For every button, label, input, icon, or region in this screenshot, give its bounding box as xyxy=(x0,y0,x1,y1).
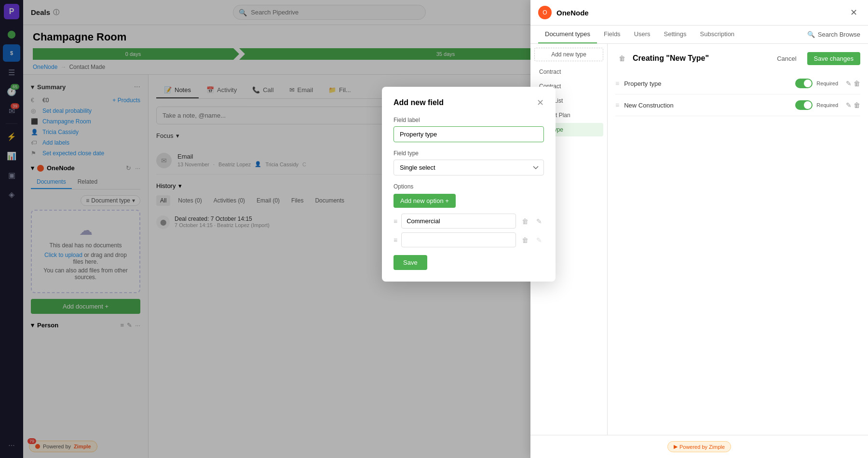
add-new-option-button[interactable]: Add new option + xyxy=(393,194,456,208)
options-label: Options xyxy=(393,183,544,190)
onenode-panel-header: O OneNode ✕ xyxy=(530,0,868,26)
field-row-new-construction: ≡ New Construction Required ✎ 🗑 xyxy=(615,94,860,116)
field-toggle-property-type[interactable] xyxy=(795,79,813,88)
creating-title: Creating "New Type" xyxy=(633,54,709,63)
add-option-label: Add new option + xyxy=(400,197,449,204)
tab-search-area: 🔍 Search Browse xyxy=(807,26,860,43)
option-input-commercial[interactable] xyxy=(401,214,516,229)
drag-handle-icon[interactable]: ≡ xyxy=(615,80,619,87)
save-changes-button[interactable]: Save changes xyxy=(807,52,860,65)
field-property-type-label: Property type xyxy=(624,80,795,87)
tab-fields[interactable]: Fields xyxy=(597,26,627,43)
option-row-commercial: ≡ 🗑 ✎ xyxy=(393,214,544,229)
option-delete-btn-1[interactable]: 🗑 xyxy=(520,216,530,227)
option-delete-btn-2[interactable]: 🗑 xyxy=(520,234,530,246)
field-toggle-new-construction[interactable] xyxy=(795,100,813,110)
anf-close-button[interactable]: ✕ xyxy=(537,98,544,107)
field-required-label-1: Required xyxy=(816,81,838,86)
zimple-arrow-icon: ▶ xyxy=(674,444,678,450)
field-delete-icon-1[interactable]: 🗑 xyxy=(854,80,860,87)
creating-actions: Cancel Save changes xyxy=(770,52,860,65)
tab-users[interactable]: Users xyxy=(627,26,657,43)
onenode-logo: O xyxy=(538,6,552,19)
add-new-field-modal: Add new field ✕ Field label Field type S… xyxy=(382,87,556,282)
onenode-panel: O OneNode ✕ Document types Fields Users … xyxy=(530,0,868,458)
cancel-button[interactable]: Cancel xyxy=(770,52,803,65)
field-label-input[interactable] xyxy=(393,126,544,142)
tab-settings[interactable]: Settings xyxy=(657,26,693,43)
onenode-panel-content: Add new type Contract Contract Price Lis… xyxy=(530,44,868,435)
field-edit-icon-2[interactable]: ✎ xyxy=(846,101,852,109)
field-edit-icon-1[interactable]: ✎ xyxy=(846,80,852,87)
save-field-button[interactable]: Save xyxy=(393,255,427,270)
field-label-label: Field label xyxy=(393,117,544,123)
option-row-empty: ≡ 🗑 ✎ xyxy=(393,232,544,247)
field-row-property-type: ≡ Property type Required ✎ 🗑 xyxy=(615,73,860,94)
tab-subscription[interactable]: Subscription xyxy=(693,26,742,43)
zimple-bar-bottom: ▶ Powered by Zimple xyxy=(530,435,868,458)
search-browse-label: Search Browse xyxy=(818,31,860,38)
delete-type-button[interactable]: 🗑 xyxy=(615,52,629,65)
option-edit-btn-1[interactable]: ✎ xyxy=(534,216,544,227)
option-drag-icon-1[interactable]: ≡ xyxy=(393,217,397,225)
option-drag-icon-2[interactable]: ≡ xyxy=(393,236,397,244)
onenode-panel-title: OneNode xyxy=(556,9,842,17)
option-edit-btn-2: ✎ xyxy=(534,234,544,246)
field-type-label: Field type xyxy=(393,150,544,157)
creating-header: 🗑 Creating "New Type" Cancel Save change… xyxy=(615,52,860,65)
field-required-label-2: Required xyxy=(816,102,838,108)
creating-panel: 🗑 Creating "New Type" Cancel Save change… xyxy=(608,44,868,435)
field-new-construction-label: New Construction xyxy=(624,102,795,109)
close-panel-button[interactable]: ✕ xyxy=(847,6,860,19)
field-type-select[interactable]: Single select Multi select Text Number D… xyxy=(393,160,544,175)
tab-document-types[interactable]: Document types xyxy=(538,26,597,43)
powered-by-label: Powered by Zimple xyxy=(679,444,725,450)
drag-handle-icon-2[interactable]: ≡ xyxy=(615,101,619,109)
anf-header: Add new field ✕ xyxy=(393,98,544,107)
search-browse-icon: 🔍 xyxy=(807,31,815,38)
search-browse-button[interactable]: 🔍 Search Browse xyxy=(807,31,860,38)
add-new-type-button[interactable]: Add new type xyxy=(534,48,603,61)
onenode-panel-tabs: Document types Fields Users Settings Sub… xyxy=(530,26,868,44)
zimple-badge[interactable]: ▶ Powered by Zimple xyxy=(667,441,731,452)
option-input-empty[interactable] xyxy=(401,232,516,247)
field-delete-icon-2[interactable]: 🗑 xyxy=(854,101,860,109)
anf-title: Add new field xyxy=(393,98,444,107)
doctype-item-contract1[interactable]: Contract xyxy=(534,65,603,79)
